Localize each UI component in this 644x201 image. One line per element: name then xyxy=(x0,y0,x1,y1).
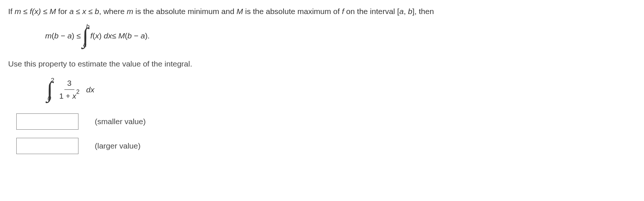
rhs: ≤ M(b − a). xyxy=(112,30,150,41)
numerator: 3 xyxy=(64,78,75,90)
denominator: 1 + x2 xyxy=(56,90,83,102)
smaller-value-row: (smaller value) xyxy=(16,113,636,130)
integral-limits: 2 0 xyxy=(51,76,54,103)
lower-limit: 0 xyxy=(47,94,54,103)
paren: ( xyxy=(52,31,54,40)
problem-intro: If m ≤ f(x) ≤ M for a ≤ x ≤ b, where m i… xyxy=(8,6,636,17)
den-const: 1 + xyxy=(59,92,73,100)
var-b: b xyxy=(127,31,132,40)
property-inequality: m(b − a) ≤ ∫ b a f(x) dx ≤ M(b − a). xyxy=(45,22,636,49)
minus: − xyxy=(132,31,141,40)
larger-value-row: (larger value) xyxy=(16,138,636,154)
le: ≤ xyxy=(112,31,118,40)
upper-limit: b xyxy=(86,22,90,31)
var-m: m xyxy=(15,7,21,16)
text-mid: is the absolute minimum and xyxy=(133,7,237,16)
text-mid: on the interval [ xyxy=(344,7,399,16)
var-x: x xyxy=(95,31,99,40)
paren-dot: ). xyxy=(145,31,150,40)
instruction-text: Use this property to estimate the value … xyxy=(8,58,636,69)
problem-integral: ∫ 2 0 3 1 + x2 dx xyxy=(45,76,636,103)
integral-symbol: ∫ b a xyxy=(82,22,90,49)
paren-le: ) ≤ xyxy=(72,31,81,40)
upper-limit: 2 xyxy=(50,76,54,85)
var-m: m xyxy=(127,7,133,16)
var-b: b xyxy=(95,7,99,16)
lhs: m(b − a) ≤ xyxy=(45,30,81,41)
integral-limits: b a xyxy=(87,22,90,49)
text-for: for xyxy=(56,7,69,16)
le: ≤ xyxy=(21,7,30,16)
smaller-value-input[interactable] xyxy=(16,113,78,130)
text-where: , where xyxy=(99,7,127,16)
var-M: M xyxy=(118,31,125,40)
var-a: a xyxy=(69,7,74,16)
var-m: m xyxy=(45,31,52,40)
var-b: b xyxy=(54,31,59,40)
var-M: M xyxy=(237,7,243,16)
var-a: a xyxy=(141,31,145,40)
var-a: a xyxy=(67,31,72,40)
func-fx: f(x) xyxy=(30,7,41,16)
exponent: 2 xyxy=(76,89,80,95)
smaller-value-label: (smaller value) xyxy=(95,116,146,127)
var-M: M xyxy=(50,7,56,16)
text-mid: is the absolute maximum of xyxy=(243,7,342,16)
intro-text: If xyxy=(8,7,15,16)
text-end: ], then xyxy=(412,7,434,16)
integrand: f(x) dx xyxy=(90,30,112,41)
le: ≤ xyxy=(41,7,50,16)
le: ≤ xyxy=(74,7,82,16)
larger-value-label: (larger value) xyxy=(95,140,141,151)
var-x: x xyxy=(82,7,86,16)
larger-value-input[interactable] xyxy=(16,138,78,154)
dx: dx xyxy=(86,84,94,95)
text-comma: , xyxy=(404,7,408,16)
minus: − xyxy=(58,31,67,40)
var-a: a xyxy=(399,7,404,16)
paren: ) xyxy=(99,31,104,40)
paren: ( xyxy=(93,31,95,40)
lower-limit: a xyxy=(83,40,90,50)
var-x: x xyxy=(73,92,77,100)
answer-section: (smaller value) (larger value) xyxy=(16,113,636,154)
dx: dx xyxy=(104,31,112,40)
integral-symbol: ∫ 2 0 xyxy=(47,76,54,103)
le: ≤ xyxy=(86,7,95,16)
fraction: 3 1 + x2 xyxy=(56,78,83,102)
var-b: b xyxy=(408,7,412,16)
